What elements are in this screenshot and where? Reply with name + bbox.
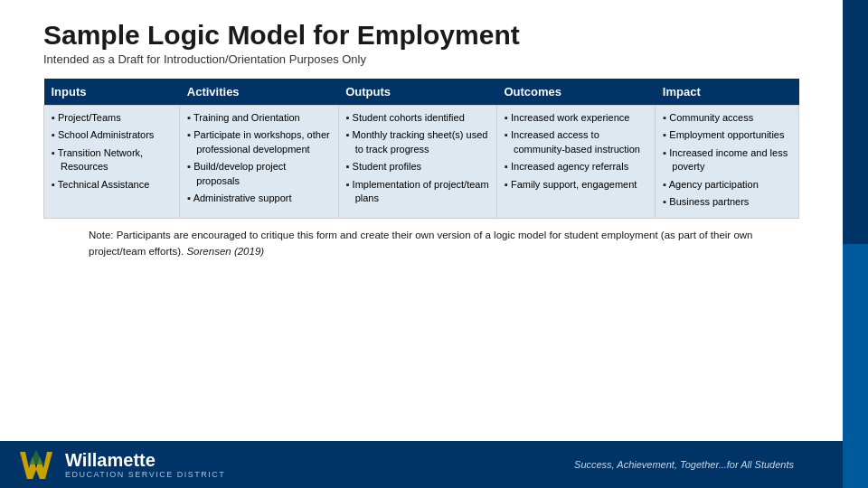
list-item: Business partners bbox=[663, 195, 791, 209]
list-item: Implementation of project/team plans bbox=[346, 178, 489, 206]
footer: Willamette EDUCATION SERVICE DISTRICT Su… bbox=[0, 441, 843, 488]
list-item: Community access bbox=[663, 111, 791, 125]
list-item: Student cohorts identified bbox=[346, 111, 489, 125]
list-item: Monthly tracking sheet(s) used to track … bbox=[346, 128, 489, 156]
inputs-cell: Project/Teams School Administrators Tran… bbox=[44, 106, 180, 219]
list-item: Agency participation bbox=[663, 178, 791, 192]
col-header-inputs: Inputs bbox=[44, 79, 180, 106]
list-item: Student profiles bbox=[346, 160, 489, 174]
impact-cell: Community access Employment opportunitie… bbox=[656, 106, 799, 219]
outputs-cell: Student cohorts identified Monthly track… bbox=[338, 106, 496, 219]
col-header-outputs: Outputs bbox=[338, 79, 496, 106]
list-item: Transition Network, Resources bbox=[52, 146, 172, 174]
list-item: Increased access to community-based inst… bbox=[505, 128, 647, 156]
footer-tagline: Success, Achievement, Together...for All… bbox=[574, 459, 794, 470]
outcomes-cell: Increased work experience Increased acce… bbox=[496, 106, 655, 219]
page-subtitle: Intended as a Draft for Introduction/Ori… bbox=[43, 52, 799, 66]
note-label: Note: bbox=[89, 230, 114, 240]
col-header-activities: Activities bbox=[180, 79, 338, 106]
list-item: Build/develop project proposals bbox=[187, 160, 330, 188]
footer-brand-sub: EDUCATION SERVICE DISTRICT bbox=[65, 470, 225, 479]
page-title: Sample Logic Model for Employment bbox=[43, 20, 799, 51]
list-item: Employment opportunities bbox=[663, 128, 791, 142]
activities-cell: Training and Orientation Participate in … bbox=[180, 106, 338, 219]
col-header-impact: Impact bbox=[656, 79, 799, 106]
list-item: Family support, engagement bbox=[505, 178, 647, 192]
note-citation: Sorensen (2019) bbox=[186, 246, 264, 257]
list-item: Administrative support bbox=[187, 192, 330, 205]
footer-logo bbox=[16, 445, 56, 484]
list-item: School Administrators bbox=[52, 128, 172, 142]
list-item: Increased work experience bbox=[505, 111, 647, 125]
list-item: Participate in workshops, other professi… bbox=[187, 128, 330, 156]
list-item: Project/Teams bbox=[52, 111, 172, 125]
footer-brand-name: Willamette bbox=[65, 450, 225, 470]
main-content: Sample Logic Model for Employment Intend… bbox=[0, 0, 843, 270]
note-section: Note: Participants are encouraged to cri… bbox=[43, 228, 799, 259]
right-bar-dark bbox=[843, 0, 868, 244]
footer-brand: Willamette EDUCATION SERVICE DISTRICT bbox=[65, 450, 225, 479]
right-bar-light bbox=[843, 244, 868, 488]
list-item: Increased agency referrals bbox=[505, 160, 647, 174]
logic-table: Inputs Activities Outputs Outcomes Impac… bbox=[43, 79, 799, 219]
list-item: Technical Assistance bbox=[52, 178, 172, 192]
col-header-outcomes: Outcomes bbox=[496, 79, 655, 106]
list-item: Increased income and less poverty bbox=[663, 146, 791, 174]
list-item: Training and Orientation bbox=[187, 111, 330, 125]
